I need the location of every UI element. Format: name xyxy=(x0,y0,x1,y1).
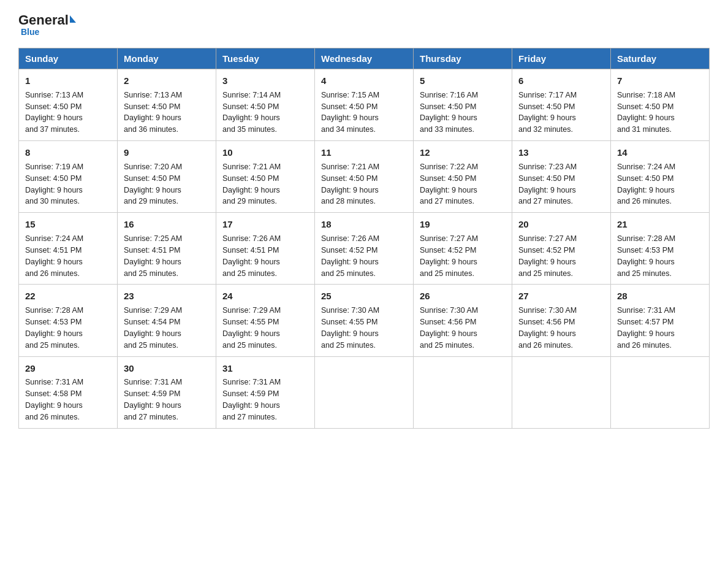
day-info: Sunrise: 7:24 AMSunset: 4:50 PMDaylight:… xyxy=(617,163,675,206)
day-number: 15 xyxy=(25,218,111,231)
calendar-cell: 6Sunrise: 7:17 AMSunset: 4:50 PMDaylight… xyxy=(512,69,611,141)
calendar-week-4: 22Sunrise: 7:28 AMSunset: 4:53 PMDayligh… xyxy=(19,285,710,356)
weekday-header-thursday: Thursday xyxy=(414,48,512,69)
day-info: Sunrise: 7:14 AMSunset: 4:50 PMDaylight:… xyxy=(222,91,281,134)
calendar-cell xyxy=(414,356,512,428)
day-number: 13 xyxy=(518,146,604,159)
calendar-cell xyxy=(512,356,611,428)
calendar-cell: 30Sunrise: 7:31 AMSunset: 4:59 PMDayligh… xyxy=(118,356,216,428)
calendar-cell: 11Sunrise: 7:21 AMSunset: 4:50 PMDayligh… xyxy=(315,141,414,213)
day-info: Sunrise: 7:13 AMSunset: 4:50 PMDaylight:… xyxy=(124,91,182,134)
day-number: 29 xyxy=(25,362,111,375)
calendar-cell: 24Sunrise: 7:29 AMSunset: 4:55 PMDayligh… xyxy=(216,285,315,356)
calendar-cell: 22Sunrise: 7:28 AMSunset: 4:53 PMDayligh… xyxy=(19,285,118,356)
day-number: 22 xyxy=(25,289,111,303)
logo-triangle-icon xyxy=(70,15,76,23)
calendar-cell: 18Sunrise: 7:26 AMSunset: 4:52 PMDayligh… xyxy=(315,213,414,285)
day-number: 5 xyxy=(420,74,506,88)
logo-general-text: General xyxy=(18,12,69,28)
weekday-header-tuesday: Tuesday xyxy=(216,48,315,69)
day-number: 2 xyxy=(124,74,210,88)
calendar-cell: 31Sunrise: 7:31 AMSunset: 4:59 PMDayligh… xyxy=(216,356,315,428)
calendar-cell: 27Sunrise: 7:30 AMSunset: 4:56 PMDayligh… xyxy=(512,285,611,356)
logo: General xyxy=(18,12,76,28)
calendar-week-2: 8Sunrise: 7:19 AMSunset: 4:50 PMDaylight… xyxy=(19,141,710,213)
day-info: Sunrise: 7:31 AMSunset: 4:59 PMDaylight:… xyxy=(222,378,281,421)
day-number: 20 xyxy=(518,218,604,231)
calendar-cell: 25Sunrise: 7:30 AMSunset: 4:55 PMDayligh… xyxy=(315,285,414,356)
calendar-week-1: 1Sunrise: 7:13 AMSunset: 4:50 PMDaylight… xyxy=(19,69,710,141)
day-info: Sunrise: 7:29 AMSunset: 4:55 PMDaylight:… xyxy=(222,306,281,350)
day-info: Sunrise: 7:23 AMSunset: 4:50 PMDaylight:… xyxy=(518,163,577,206)
day-number: 1 xyxy=(25,74,111,88)
day-info: Sunrise: 7:25 AMSunset: 4:51 PMDaylight:… xyxy=(124,234,182,278)
calendar-cell: 29Sunrise: 7:31 AMSunset: 4:58 PMDayligh… xyxy=(19,356,118,428)
calendar-cell: 8Sunrise: 7:19 AMSunset: 4:50 PMDaylight… xyxy=(19,141,118,213)
page-header: General Blue xyxy=(18,12,710,37)
calendar-cell xyxy=(611,356,710,428)
day-number: 26 xyxy=(420,289,506,303)
calendar-cell: 12Sunrise: 7:22 AMSunset: 4:50 PMDayligh… xyxy=(414,141,512,213)
calendar-cell: 3Sunrise: 7:14 AMSunset: 4:50 PMDaylight… xyxy=(216,69,315,141)
calendar-cell: 5Sunrise: 7:16 AMSunset: 4:50 PMDaylight… xyxy=(414,69,512,141)
calendar-cell: 20Sunrise: 7:27 AMSunset: 4:52 PMDayligh… xyxy=(512,213,611,285)
day-number: 4 xyxy=(321,74,407,88)
day-number: 28 xyxy=(617,289,703,303)
day-number: 16 xyxy=(124,218,210,231)
calendar-cell: 1Sunrise: 7:13 AMSunset: 4:50 PMDaylight… xyxy=(19,69,118,141)
day-info: Sunrise: 7:21 AMSunset: 4:50 PMDaylight:… xyxy=(321,163,379,206)
calendar-week-3: 15Sunrise: 7:24 AMSunset: 4:51 PMDayligh… xyxy=(19,213,710,285)
day-number: 25 xyxy=(321,289,407,303)
calendar-cell: 13Sunrise: 7:23 AMSunset: 4:50 PMDayligh… xyxy=(512,141,611,213)
day-info: Sunrise: 7:26 AMSunset: 4:51 PMDaylight:… xyxy=(222,234,281,278)
day-info: Sunrise: 7:30 AMSunset: 4:55 PMDaylight:… xyxy=(321,306,379,350)
day-info: Sunrise: 7:29 AMSunset: 4:54 PMDaylight:… xyxy=(124,306,182,350)
calendar-cell: 14Sunrise: 7:24 AMSunset: 4:50 PMDayligh… xyxy=(611,141,710,213)
calendar-cell: 15Sunrise: 7:24 AMSunset: 4:51 PMDayligh… xyxy=(19,213,118,285)
day-info: Sunrise: 7:26 AMSunset: 4:52 PMDaylight:… xyxy=(321,234,379,278)
logo-area: General Blue xyxy=(18,12,76,37)
calendar-cell: 21Sunrise: 7:28 AMSunset: 4:53 PMDayligh… xyxy=(611,213,710,285)
day-info: Sunrise: 7:18 AMSunset: 4:50 PMDaylight:… xyxy=(617,91,675,134)
calendar-cell: 4Sunrise: 7:15 AMSunset: 4:50 PMDaylight… xyxy=(315,69,414,141)
day-number: 21 xyxy=(617,218,703,231)
calendar-cell: 9Sunrise: 7:20 AMSunset: 4:50 PMDaylight… xyxy=(118,141,216,213)
day-info: Sunrise: 7:28 AMSunset: 4:53 PMDaylight:… xyxy=(617,234,675,278)
weekday-header-wednesday: Wednesday xyxy=(315,48,414,69)
day-number: 14 xyxy=(617,146,703,159)
day-number: 31 xyxy=(222,362,308,375)
day-info: Sunrise: 7:31 AMSunset: 4:58 PMDaylight:… xyxy=(25,378,83,421)
day-number: 10 xyxy=(222,146,308,159)
calendar-cell: 10Sunrise: 7:21 AMSunset: 4:50 PMDayligh… xyxy=(216,141,315,213)
day-number: 17 xyxy=(222,218,308,231)
day-number: 7 xyxy=(617,74,703,88)
calendar-cell: 28Sunrise: 7:31 AMSunset: 4:57 PMDayligh… xyxy=(611,285,710,356)
day-info: Sunrise: 7:13 AMSunset: 4:50 PMDaylight:… xyxy=(25,91,83,134)
calendar-cell: 19Sunrise: 7:27 AMSunset: 4:52 PMDayligh… xyxy=(414,213,512,285)
calendar-cell: 7Sunrise: 7:18 AMSunset: 4:50 PMDaylight… xyxy=(611,69,710,141)
calendar-week-5: 29Sunrise: 7:31 AMSunset: 4:58 PMDayligh… xyxy=(19,356,710,428)
day-info: Sunrise: 7:22 AMSunset: 4:50 PMDaylight:… xyxy=(420,163,478,206)
day-info: Sunrise: 7:19 AMSunset: 4:50 PMDaylight:… xyxy=(25,163,83,206)
logo-blue-text: Blue xyxy=(21,27,39,37)
day-number: 6 xyxy=(518,74,604,88)
day-info: Sunrise: 7:30 AMSunset: 4:56 PMDaylight:… xyxy=(420,306,478,350)
day-info: Sunrise: 7:31 AMSunset: 4:57 PMDaylight:… xyxy=(617,306,675,350)
calendar-cell: 17Sunrise: 7:26 AMSunset: 4:51 PMDayligh… xyxy=(216,213,315,285)
day-info: Sunrise: 7:21 AMSunset: 4:50 PMDaylight:… xyxy=(222,163,281,206)
day-number: 24 xyxy=(222,289,308,303)
weekday-header-sunday: Sunday xyxy=(19,48,118,69)
calendar-cell: 16Sunrise: 7:25 AMSunset: 4:51 PMDayligh… xyxy=(118,213,216,285)
day-number: 12 xyxy=(420,146,506,159)
weekday-header-friday: Friday xyxy=(512,48,611,69)
day-number: 11 xyxy=(321,146,407,159)
day-info: Sunrise: 7:16 AMSunset: 4:50 PMDaylight:… xyxy=(420,91,478,134)
day-number: 23 xyxy=(124,289,210,303)
day-info: Sunrise: 7:27 AMSunset: 4:52 PMDaylight:… xyxy=(518,234,577,278)
day-number: 8 xyxy=(25,146,111,159)
day-info: Sunrise: 7:15 AMSunset: 4:50 PMDaylight:… xyxy=(321,91,379,134)
weekday-header-row: SundayMondayTuesdayWednesdayThursdayFrid… xyxy=(19,48,710,69)
calendar-table: SundayMondayTuesdayWednesdayThursdayFrid… xyxy=(18,48,710,429)
day-info: Sunrise: 7:27 AMSunset: 4:52 PMDaylight:… xyxy=(420,234,478,278)
day-info: Sunrise: 7:31 AMSunset: 4:59 PMDaylight:… xyxy=(124,378,182,421)
